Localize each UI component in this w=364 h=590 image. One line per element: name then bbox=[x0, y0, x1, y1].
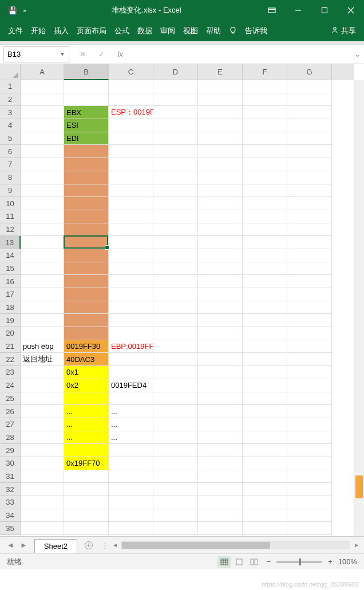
cell-D21[interactable] bbox=[153, 340, 198, 353]
cell-E34[interactable] bbox=[198, 509, 243, 522]
cell-A15[interactable] bbox=[21, 262, 64, 276]
cell-F28[interactable] bbox=[243, 431, 287, 445]
cell-C13[interactable] bbox=[109, 236, 153, 249]
cell-C2[interactable] bbox=[109, 93, 153, 107]
row-header-32[interactable]: 32 bbox=[0, 483, 21, 496]
cell-E14[interactable] bbox=[198, 249, 243, 262]
col-header-A[interactable]: A bbox=[21, 64, 64, 80]
cell-C19[interactable] bbox=[109, 314, 153, 327]
cell-F29[interactable] bbox=[243, 444, 287, 457]
cell-F19[interactable] bbox=[243, 314, 287, 327]
cell-F5[interactable] bbox=[243, 132, 287, 145]
add-sheet-button[interactable] bbox=[81, 537, 97, 553]
cell-E30[interactable] bbox=[198, 457, 243, 470]
col-header-D[interactable]: D bbox=[153, 64, 198, 80]
cell-B7[interactable] bbox=[64, 158, 109, 171]
cell-F27[interactable] bbox=[243, 418, 287, 431]
cell-C11[interactable] bbox=[109, 210, 153, 223]
cell-C9[interactable] bbox=[109, 184, 153, 198]
cell-G32[interactable] bbox=[287, 483, 332, 496]
cell-B19[interactable] bbox=[64, 314, 109, 327]
cell-C20[interactable] bbox=[109, 327, 153, 340]
cell-G28[interactable] bbox=[287, 431, 332, 445]
cell-E26[interactable] bbox=[198, 405, 243, 418]
row-header-27[interactable]: 27 bbox=[0, 418, 21, 431]
row-header-12[interactable]: 12 bbox=[0, 223, 21, 237]
row-header-3[interactable]: 3 bbox=[0, 106, 21, 119]
tab-insert[interactable]: 插入 bbox=[54, 26, 69, 36]
cell-C31[interactable] bbox=[109, 470, 153, 483]
name-box-input[interactable] bbox=[7, 50, 53, 58]
cell-B1[interactable] bbox=[64, 80, 109, 93]
row-header-11[interactable]: 11 bbox=[0, 210, 21, 223]
cell-E8[interactable] bbox=[198, 171, 243, 184]
cell-A32[interactable] bbox=[21, 483, 64, 496]
cell-G18[interactable] bbox=[287, 301, 332, 314]
tell-me-icon[interactable] bbox=[229, 26, 237, 36]
cell-E11[interactable] bbox=[198, 210, 243, 223]
cell-G21[interactable] bbox=[287, 340, 332, 353]
cell-D35[interactable] bbox=[153, 522, 198, 535]
cell-F11[interactable] bbox=[243, 210, 287, 223]
cell-C14[interactable] bbox=[109, 249, 153, 262]
tab-formulas[interactable]: 公式 bbox=[114, 26, 129, 36]
tab-help[interactable]: 帮助 bbox=[206, 26, 221, 36]
cell-G14[interactable] bbox=[287, 249, 332, 262]
cell-F18[interactable] bbox=[243, 301, 287, 314]
cell-G30[interactable] bbox=[287, 457, 332, 470]
cell-A8[interactable] bbox=[21, 171, 64, 184]
horizontal-scrollbar-thumb[interactable] bbox=[122, 542, 270, 549]
cell-A4[interactable] bbox=[21, 119, 64, 132]
cell-B34[interactable] bbox=[64, 509, 109, 522]
col-header-B[interactable]: B bbox=[64, 64, 109, 80]
row-header-30[interactable]: 30 bbox=[0, 457, 21, 470]
cell-G9[interactable] bbox=[287, 184, 332, 198]
cell-A11[interactable] bbox=[21, 210, 64, 223]
cell-F12[interactable] bbox=[243, 223, 287, 237]
select-all-button[interactable] bbox=[0, 64, 21, 80]
cell-E1[interactable] bbox=[198, 80, 243, 93]
cell-E25[interactable] bbox=[198, 392, 243, 406]
cell-G7[interactable] bbox=[287, 158, 332, 171]
cell-D16[interactable] bbox=[153, 275, 198, 288]
cell-F4[interactable] bbox=[243, 119, 287, 132]
cell-A3[interactable] bbox=[21, 106, 64, 119]
cell-F25[interactable] bbox=[243, 392, 287, 406]
sheet-tab-active[interactable]: Sheet2 bbox=[34, 539, 77, 553]
cell-E24[interactable] bbox=[198, 379, 243, 392]
cell-F26[interactable] bbox=[243, 405, 287, 418]
cell-F32[interactable] bbox=[243, 483, 287, 496]
cell-C4[interactable] bbox=[109, 119, 153, 132]
cell-G5[interactable] bbox=[287, 132, 332, 145]
row-header-33[interactable]: 33 bbox=[0, 496, 21, 509]
cell-C24[interactable]: 0019FED4 bbox=[109, 379, 153, 392]
cell-D3[interactable] bbox=[153, 106, 198, 119]
row-header-15[interactable]: 15 bbox=[0, 262, 21, 276]
cell-C28[interactable]: ... bbox=[109, 431, 153, 445]
cell-B32[interactable] bbox=[64, 483, 109, 496]
cell-E6[interactable] bbox=[198, 145, 243, 158]
cell-C22[interactable] bbox=[109, 353, 153, 366]
cell-G3[interactable] bbox=[287, 106, 332, 119]
cell-A6[interactable] bbox=[21, 145, 64, 158]
cell-D29[interactable] bbox=[153, 444, 198, 457]
view-pagelayout-icon[interactable] bbox=[232, 556, 246, 568]
cell-B23[interactable]: 0x1 bbox=[64, 366, 109, 379]
cell-D24[interactable] bbox=[153, 379, 198, 392]
cell-A21[interactable]: push ebp bbox=[21, 340, 64, 353]
cell-A5[interactable] bbox=[21, 132, 64, 145]
vertical-scrollbar[interactable] bbox=[354, 80, 364, 536]
tab-file[interactable]: 文件 bbox=[8, 26, 23, 36]
maximize-button[interactable] bbox=[311, 0, 338, 21]
cell-F2[interactable] bbox=[243, 93, 287, 107]
cell-B21[interactable]: 0019FF30 bbox=[64, 340, 109, 353]
cell-C30[interactable] bbox=[109, 457, 153, 470]
cell-G24[interactable] bbox=[287, 379, 332, 392]
cell-A1[interactable] bbox=[21, 80, 64, 93]
cell-C34[interactable] bbox=[109, 509, 153, 522]
hscroll-left-icon[interactable]: ◄ bbox=[112, 542, 118, 548]
cell-A16[interactable] bbox=[21, 275, 64, 288]
cell-E23[interactable] bbox=[198, 366, 243, 379]
cell-E33[interactable] bbox=[198, 496, 243, 509]
cell-C5[interactable] bbox=[109, 132, 153, 145]
